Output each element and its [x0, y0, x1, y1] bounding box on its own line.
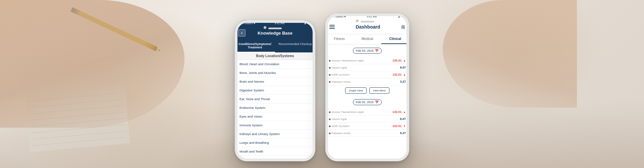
list-item[interactable]: Bone, Joints and Muscles: [235, 69, 315, 77]
graph-view-button[interactable]: Graph View: [345, 87, 367, 94]
metric-label: ◆ Glucose, Plasma/Serum mg/dL: [329, 111, 392, 114]
metric-row: ◆ Glucose, Plasma/Serum mg/dL 130.01 ▲: [325, 57, 409, 64]
tab-conditions[interactable]: Conditions/Symptoms/ Treatment: [235, 40, 275, 52]
phone-dashboard: ●●●○ Sketch ♥ 9:41 AM ▲ 42% Dashboard ⊞ …: [325, 13, 409, 161]
dashboard-nav: Dashboard ⊞: [325, 19, 409, 34]
nav-title-1: Knowledge Base: [258, 31, 292, 36]
date-badge-1: Feb 03, 2015 📅: [353, 48, 382, 54]
list-item[interactable]: Digestive System: [235, 86, 315, 95]
back-button[interactable]: ‹: [238, 29, 246, 37]
list-item[interactable]: Eyes and Vision: [235, 112, 315, 121]
metric-row: ◆ Glucose, Plasma/Serum mg/dL 132.01 ▲: [325, 109, 409, 116]
metric-value: 3.27: [400, 80, 406, 83]
clinical-section-2: Feb 02, 2015 📅 ◆ Glucose, Plasma/Serum m…: [325, 96, 409, 137]
metric-value: 122.01 ▼: [392, 124, 406, 128]
metric-label: ◆ Potassium mmol/L: [329, 132, 400, 135]
metric-label: ◆ Potassium mmol/L: [329, 80, 400, 83]
hamburger-line: [329, 25, 335, 26]
calendar-icon: 📅: [375, 49, 379, 52]
view-more-button[interactable]: View More: [369, 87, 389, 94]
list-item[interactable]: Mouth and Teeth: [235, 147, 315, 156]
list-item[interactable]: Blood, Heart and Circulation: [235, 60, 315, 69]
list-item[interactable]: Endocrine System: [235, 103, 315, 112]
hamburger-line: [329, 28, 335, 29]
tab-medical[interactable]: Medical: [353, 34, 381, 44]
phone-knowledge-base: ●●●○ Sketch ♥ 9:41 AM ▲ 42% ‹ Knowledge …: [235, 20, 315, 161]
metric-row: ◆ Calcium mg/dL 8.07: [325, 116, 409, 123]
metric-row: ◆ eGFR mL/min/m² 122.01 ▼: [325, 123, 409, 130]
calendar-icon-2: 📅: [375, 100, 379, 104]
date-badge-2: Feb 02, 2015 📅: [353, 99, 382, 105]
tabs-1: Conditions/Symptoms/ Treatment Recommend…: [235, 40, 315, 52]
clinical-section-1: Feb 03, 2015 📅 ◆ Glucose, Plasma/Serum m…: [325, 44, 409, 96]
status-left-2: ●●●○ Sketch ♥: [328, 15, 346, 18]
body-systems-list: Blood, Heart and Circulation Bone, Joint…: [235, 60, 315, 156]
nav-bar-1: ‹ Knowledge Base: [235, 26, 315, 40]
dashboard-tabs: Fitness Medical Clinical: [325, 34, 409, 44]
metric-label: ◆ Glucose, Plasma/Serum mg/dL: [329, 59, 392, 62]
tab-clinical[interactable]: Clinical: [381, 34, 409, 44]
metric-row: ◆ Potassium mmol/L 3.27: [325, 78, 409, 85]
status-right-1: ▲ 42%: [304, 22, 313, 25]
status-left-1: ●●●○ Sketch ♥: [237, 22, 255, 25]
metric-label: ◆ Calcium mg/dL: [329, 118, 400, 121]
trend-up-icon: ▲: [403, 73, 406, 76]
trend-up-icon: ▲: [403, 59, 406, 62]
metric-label: ◆ eGFR mL/min/m²: [329, 73, 392, 76]
status-bar-2: ●●●○ Sketch ♥ 9:41 AM ▲ 42%: [325, 13, 409, 19]
list-item[interactable]: Ear, Nose and Throat: [235, 95, 315, 103]
list-item[interactable]: Kidneys and Urinary System: [235, 130, 315, 138]
phones-container: ●●●○ Sketch ♥ 9:41 AM ▲ 42% ‹ Knowledge …: [0, 0, 644, 168]
tab-fitness[interactable]: Fitness: [325, 34, 353, 44]
metric-value: 132.01 ▲: [392, 110, 406, 114]
list-item[interactable]: Brain and Nerves: [235, 77, 315, 86]
metric-value: 130.01 ▲: [392, 59, 406, 62]
metric-value: 9.07: [400, 66, 406, 69]
metric-label: ◆ eGFR mL/min/m²: [329, 125, 392, 128]
metric-value: 5.27: [400, 131, 406, 135]
section-header-body: Body Location/Systems: [235, 52, 315, 60]
status-center-1: 9:41 AM: [275, 22, 284, 25]
metric-row: ◆ eGFR mL/min/m² 132.01 ▲: [325, 71, 409, 78]
trend-up-icon: ▲: [403, 111, 406, 114]
metric-value: 132.01 ▲: [392, 73, 406, 76]
filter-icon[interactable]: ⊞: [401, 24, 405, 30]
list-item[interactable]: Immune System: [235, 121, 315, 130]
metric-row: ◆ Potassium mmol/L 5.27: [325, 130, 409, 137]
trend-down-icon: ▼: [403, 125, 406, 128]
metric-row: ◆ Calcium mg/dL 9.07: [325, 64, 409, 71]
metric-label: ◆ Calcium mg/dL: [329, 66, 400, 69]
status-right-2: ▲ 42%: [398, 15, 407, 18]
menu-button[interactable]: [329, 25, 335, 29]
hamburger-line: [329, 27, 335, 27]
status-bar-1: ●●●○ Sketch ♥ 9:41 AM ▲ 42%: [235, 20, 315, 26]
action-buttons-1: Graph View View More: [325, 85, 409, 96]
metric-value: 8.07: [400, 117, 406, 121]
list-item[interactable]: Lungs and Breathing: [235, 138, 315, 147]
tab-recommended[interactable]: Recommended Checkup: [275, 40, 315, 52]
status-center-2: 9:41 AM: [367, 15, 377, 18]
dashboard-title: Dashboard: [356, 24, 380, 30]
